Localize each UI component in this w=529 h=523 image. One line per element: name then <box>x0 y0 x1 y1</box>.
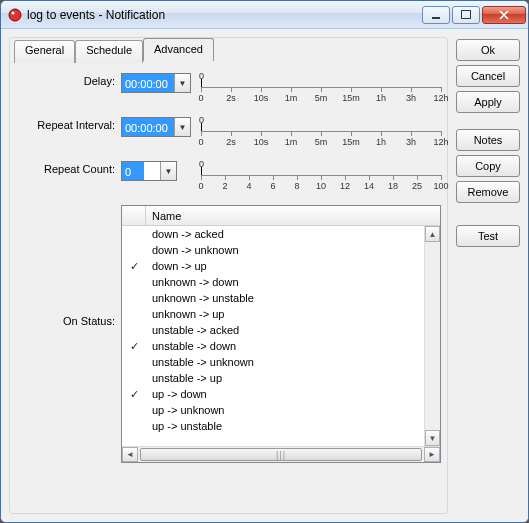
tab-schedule[interactable]: Schedule <box>75 40 143 63</box>
delay-slider[interactable]: 0 02s10s1m5m15m1h3h12h <box>201 73 441 105</box>
list-item-label: up -> down <box>146 388 207 400</box>
tick-label: 2s <box>226 137 236 147</box>
list-item[interactable]: unknown -> down <box>122 274 424 290</box>
row-repeat-interval: Repeat Interval: 00:00:00 ▼ 0 02s10s1m5m… <box>16 117 441 149</box>
list-item-label: unknown -> up <box>146 308 224 320</box>
svg-point-1 <box>12 11 15 14</box>
horizontal-scrollbar[interactable]: ◄ ||| ► <box>122 446 440 462</box>
checkmark-icon[interactable]: ✓ <box>122 340 146 353</box>
list-item[interactable]: unknown -> up <box>122 306 424 322</box>
list-item[interactable]: ✓down -> up <box>122 258 424 274</box>
notes-button[interactable]: Notes <box>456 129 520 151</box>
tick-label: 1h <box>376 93 386 103</box>
tick-label: 100 <box>433 181 448 191</box>
test-button[interactable]: Test <box>456 225 520 247</box>
list-item-label: unknown -> down <box>146 276 239 288</box>
list-item[interactable]: ✓unstable -> down <box>122 338 424 354</box>
repeat-count-slider[interactable]: 0 024681012141825100 <box>201 161 441 193</box>
list-item-label: down -> acked <box>146 228 224 240</box>
scroll-left-icon[interactable]: ◄ <box>122 447 138 462</box>
checkmark-icon[interactable]: ✓ <box>122 388 146 401</box>
tick-label: 12h <box>433 93 448 103</box>
repeat-interval-input[interactable]: 00:00:00 ▼ <box>121 117 191 137</box>
list-item[interactable]: unstable -> unknown <box>122 354 424 370</box>
vertical-scrollbar[interactable]: ▲ ▼ <box>424 226 440 446</box>
tick-label: 2 <box>222 181 227 191</box>
scroll-right-icon[interactable]: ► <box>424 447 440 462</box>
tick-label: 0 <box>198 137 203 147</box>
tick-label: 25 <box>412 181 422 191</box>
tick-label: 1m <box>285 137 298 147</box>
remove-button[interactable]: Remove <box>456 181 520 203</box>
tabstrip: General Schedule Advanced <box>14 38 439 61</box>
cancel-button[interactable]: Cancel <box>456 65 520 87</box>
header-name-col[interactable]: Name <box>146 210 181 222</box>
scroll-track-h[interactable]: ||| <box>138 447 424 462</box>
status-list-body: down -> ackeddown -> unknown✓down -> upu… <box>122 226 440 446</box>
tab-general[interactable]: General <box>14 40 75 63</box>
list-item[interactable]: unknown -> unstable <box>122 290 424 306</box>
tick-label: 8 <box>294 181 299 191</box>
tick-label: 3h <box>406 93 416 103</box>
delay-input[interactable]: 00:00:00 ▼ <box>121 73 191 93</box>
label-repeat-count: Repeat Count: <box>16 161 121 175</box>
checkmark-icon[interactable]: ✓ <box>122 260 146 273</box>
hscroll-thumb[interactable]: ||| <box>140 448 422 461</box>
tick-label: 0 <box>198 181 203 191</box>
list-item[interactable]: unstable -> acked <box>122 322 424 338</box>
button-column: Ok Cancel Apply Notes Copy Remove Test <box>456 37 520 514</box>
tick-label: 6 <box>270 181 275 191</box>
row-repeat-count: Repeat Count: 0 ▼ 0 024681012141825100 <box>16 161 441 193</box>
repeat-count-dropdown-icon[interactable]: ▼ <box>160 162 176 180</box>
dialog-window: log to events - Notification General Sch… <box>0 0 529 523</box>
status-list[interactable]: Name down -> ackeddown -> unknown✓down -… <box>121 205 441 463</box>
tick-label: 5m <box>315 137 328 147</box>
row-on-status: On Status: Name down -> ackeddown -> unk… <box>16 205 441 463</box>
repeat-interval-dropdown-icon[interactable]: ▼ <box>174 118 190 136</box>
list-item[interactable]: ✓up -> down <box>122 386 424 402</box>
list-item-label: unstable -> up <box>146 372 222 384</box>
tick-label: 0 <box>198 93 203 103</box>
svg-point-0 <box>9 9 21 21</box>
list-item[interactable]: unstable -> up <box>122 370 424 386</box>
tick-label: 18 <box>388 181 398 191</box>
tick-label: 2s <box>226 93 236 103</box>
list-item[interactable]: up -> unknown <box>122 402 424 418</box>
tab-advanced[interactable]: Advanced <box>143 38 214 61</box>
close-button[interactable] <box>482 6 526 24</box>
repeat-count-value[interactable]: 0 <box>122 162 144 180</box>
scroll-track-v[interactable] <box>425 242 440 430</box>
label-repeat-interval: Repeat Interval: <box>16 117 121 131</box>
label-on-status: On Status: <box>16 205 121 463</box>
header-check-col <box>122 206 146 225</box>
list-item[interactable]: down -> acked <box>122 226 424 242</box>
delay-dropdown-icon[interactable]: ▼ <box>174 74 190 92</box>
list-item-label: up -> unstable <box>146 420 222 432</box>
apply-button[interactable]: Apply <box>456 91 520 113</box>
titlebar[interactable]: log to events - Notification <box>1 1 528 29</box>
list-item-label: unstable -> acked <box>146 324 239 336</box>
list-item-label: down -> unknown <box>146 244 239 256</box>
tick-label: 10s <box>254 137 269 147</box>
repeat-interval-value[interactable]: 00:00:00 <box>122 118 174 136</box>
tick-label: 15m <box>342 93 360 103</box>
status-list-header[interactable]: Name <box>122 206 440 226</box>
tick-label: 1m <box>285 93 298 103</box>
scroll-down-icon[interactable]: ▼ <box>425 430 440 446</box>
list-item[interactable]: down -> unknown <box>122 242 424 258</box>
tick-label: 12h <box>433 137 448 147</box>
tick-label: 15m <box>342 137 360 147</box>
minimize-button[interactable] <box>422 6 450 24</box>
list-item[interactable]: up -> unstable <box>122 418 424 434</box>
tick-label: 14 <box>364 181 374 191</box>
copy-button[interactable]: Copy <box>456 155 520 177</box>
maximize-button[interactable] <box>452 6 480 24</box>
repeat-count-input[interactable]: 0 ▼ <box>121 161 177 181</box>
tick-label: 12 <box>340 181 350 191</box>
ok-button[interactable]: Ok <box>456 39 520 61</box>
delay-value[interactable]: 00:00:00 <box>122 74 174 92</box>
scroll-up-icon[interactable]: ▲ <box>425 226 440 242</box>
tick-label: 10 <box>316 181 326 191</box>
window-title: log to events - Notification <box>27 8 420 22</box>
repeat-interval-slider[interactable]: 0 02s10s1m5m15m1h3h12h <box>201 117 441 149</box>
